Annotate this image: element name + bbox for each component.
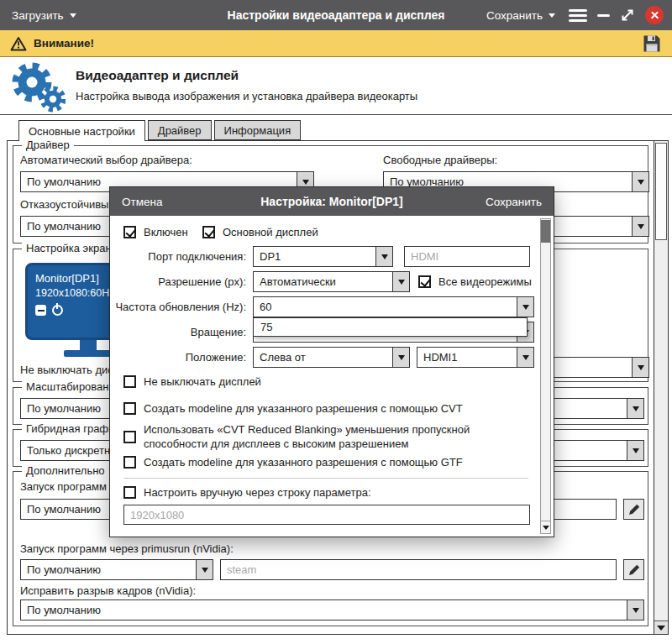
scroll-down-button[interactable]	[654, 620, 668, 634]
monitor-base	[64, 350, 113, 357]
dialog-scrollbar[interactable]	[540, 218, 551, 534]
pencil-icon	[628, 504, 640, 516]
arrow-down-icon	[543, 526, 549, 530]
extra-row2-select[interactable]: По умолчанию	[20, 559, 213, 580]
dialog-save-button[interactable]: Сохранить	[486, 196, 542, 208]
arrow-down-icon	[657, 626, 665, 631]
dialog-header: Отмена Настройка: Monitor[DP1] Сохранить	[110, 187, 554, 216]
port-input[interactable]	[404, 246, 530, 267]
dropdown-arrow-icon	[392, 348, 409, 367]
port-label: Порт подключения:	[113, 246, 246, 267]
load-menu-label: Загрузить	[12, 9, 64, 22]
keep-on-checkbox-label: Не выключать дисплей	[144, 375, 261, 388]
dialog-cancel-button[interactable]: Отмена	[122, 196, 162, 208]
cvt-checkbox[interactable]: Создать modeline для указанного разрешен…	[123, 402, 463, 415]
position-label: Положение:	[113, 347, 246, 368]
monitor-settings-dialog: Отмена Настройка: Monitor[DP1] Сохранить…	[109, 186, 554, 537]
expand-icon[interactable]	[620, 8, 635, 23]
save-menu-button[interactable]: Сохранить	[483, 9, 559, 22]
floppy-save-icon	[642, 34, 662, 54]
tab-info[interactable]: Информация	[214, 120, 302, 140]
refresh-rate-label: Частота обновления (Hz):	[113, 296, 246, 317]
extra-row2-value: По умолчанию	[21, 560, 196, 579]
tab-main-settings[interactable]: Основные настройки	[18, 120, 145, 141]
manual-checkbox-label: Настроить вручную через строку параметра…	[144, 486, 371, 499]
gtf-checkbox-label: Создать modeline для указанного разрешен…	[144, 456, 463, 469]
resolution-value: Автоматически	[254, 272, 392, 291]
refresh-rate-select[interactable]: 60	[253, 296, 534, 317]
cvt-checkbox-label: Создать modeline для указанного разрешен…	[144, 402, 463, 415]
extra-row2-input[interactable]	[220, 559, 617, 580]
load-menu-button[interactable]: Загрузить	[0, 0, 88, 30]
gears-icon	[10, 60, 66, 113]
keep-on-checkbox[interactable]: Не выключать дисплей	[123, 375, 261, 388]
main-scrollbar[interactable]	[654, 141, 668, 634]
extra-row1-edit-button[interactable]	[623, 499, 644, 520]
cvt-rb-checkbox[interactable]: Использовать «CVT Reduced Blanking» умен…	[123, 423, 525, 452]
all-modes-checkbox-label: Все видеорежимы	[438, 275, 532, 288]
page-title: Видеоадаптер и дисплей	[76, 68, 239, 83]
auto-driver-label: Автоматический выбор драйвера:	[20, 154, 192, 166]
checkbox-icon	[123, 402, 136, 415]
dropdown-arrow-icon	[627, 600, 643, 620]
enabled-checkbox-label: Включен	[144, 226, 188, 238]
primary-display-checkbox-label: Основной дисплей	[223, 226, 318, 238]
dropdown-arrow-icon	[196, 560, 213, 579]
page-subtitle: Настройка вывода изображения и установка…	[76, 90, 417, 102]
group-extra-legend: Дополнительно	[22, 464, 109, 477]
warning-icon	[10, 36, 27, 51]
save-settings-button[interactable]	[642, 34, 662, 54]
free-drivers-label: Свободные драйверы:	[383, 154, 497, 166]
dropdown-arrow-icon	[632, 172, 648, 191]
extra-row3-value: По умолчанию	[21, 600, 627, 620]
dialog-scrollbar-thumb[interactable]	[541, 220, 550, 243]
warning-bar: Внимание!	[0, 30, 672, 57]
position-select[interactable]: Слева от	[253, 347, 410, 368]
dropdown-arrow-icon	[627, 441, 643, 460]
checkbox-checked-icon	[123, 226, 136, 238]
extra-row2-edit-button[interactable]	[623, 559, 644, 580]
power-icon	[52, 305, 63, 316]
position-value: Слева от	[254, 348, 392, 367]
refresh-rate-option-75[interactable]: 75	[253, 317, 528, 337]
resolution-select[interactable]: Автоматически	[253, 271, 410, 292]
titlebar: Загрузить Настройки видеоадаптера и дисп…	[0, 0, 672, 30]
all-modes-checkbox[interactable]: Все видеорежимы	[418, 275, 532, 288]
dropdown-arrow-icon	[627, 399, 643, 418]
minus-icon	[35, 305, 46, 316]
menu-icon[interactable]	[569, 9, 587, 22]
manual-checkbox[interactable]: Настроить вручную через строку параметра…	[123, 486, 371, 499]
port-select[interactable]: DP1	[253, 246, 393, 267]
gtf-checkbox[interactable]: Создать modeline для указанного разрешен…	[123, 456, 463, 469]
manual-mode-input[interactable]	[123, 505, 530, 525]
divider	[123, 478, 528, 479]
dialog-scroll-down-button[interactable]	[541, 521, 550, 533]
dropdown-arrow-icon	[632, 358, 648, 377]
extra-row3-label: Исправить разрыв кадров (nVidia):	[20, 584, 196, 597]
checkbox-icon	[123, 431, 136, 443]
checkbox-checked-icon	[418, 275, 431, 288]
checkbox-icon	[123, 456, 136, 469]
save-menu-label: Сохранить	[486, 9, 543, 22]
extra-row3-select[interactable]: По умолчанию	[20, 599, 644, 620]
main-scrollbar-thumb[interactable]	[655, 143, 667, 240]
resolution-label: Разрешение (px):	[113, 271, 246, 292]
page-header: Видеоадаптер и дисплей Настройка вывода …	[0, 57, 672, 115]
chevron-down-icon	[549, 13, 555, 18]
group-screen-legend: Настройка экрана	[22, 242, 122, 254]
minimize-icon[interactable]	[597, 14, 610, 17]
warning-label: Внимание!	[34, 37, 94, 50]
dropdown-arrow-icon	[375, 247, 392, 266]
close-icon[interactable]	[645, 6, 664, 24]
dropdown-arrow-icon	[517, 348, 533, 367]
dropdown-arrow-icon	[632, 217, 648, 236]
enabled-checkbox[interactable]: Включен	[123, 226, 188, 238]
rotation-label: Вращение:	[113, 322, 246, 343]
chevron-down-icon	[70, 13, 76, 18]
port-value: DP1	[254, 247, 375, 266]
titlebar-actions: Сохранить	[483, 6, 672, 24]
primary-display-checkbox[interactable]: Основной дисплей	[202, 226, 318, 238]
tab-driver[interactable]: Драйвер	[148, 120, 212, 140]
position-target-select[interactable]: HDMI1	[417, 347, 534, 368]
checkbox-checked-icon	[202, 226, 215, 238]
